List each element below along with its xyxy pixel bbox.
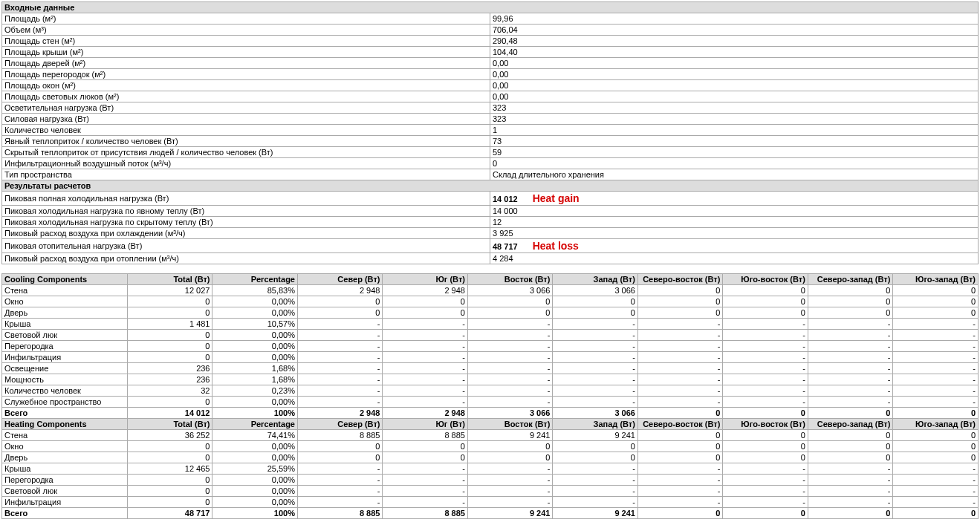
- kv-row: Пиковый расход воздуха при отоплении (м³…: [2, 253, 979, 264]
- kv-label: Явный теплоприток / количество человек (…: [2, 136, 490, 147]
- grid-cell: -: [723, 475, 808, 486]
- grid-cell: 3 066: [467, 285, 552, 296]
- kv-value: 12: [490, 217, 979, 228]
- grid-totals-cell: 2 948: [297, 408, 382, 419]
- kv-label: Пиковый расход воздуха при охлаждении (м…: [2, 228, 490, 239]
- grid-row-label: Окно: [2, 441, 128, 452]
- grid-cell: -: [467, 397, 552, 408]
- grid-cell: -: [467, 374, 552, 385]
- grid-cell: 9 241: [553, 430, 637, 441]
- grid-cell: -: [808, 319, 892, 330]
- grid-cell: -: [383, 486, 467, 497]
- annotation: Heat gain: [518, 192, 580, 204]
- grid-header-cell: Юго-восток (Вт): [723, 419, 808, 430]
- grid-cell: 0: [128, 452, 212, 463]
- grid-cell: 0: [128, 296, 212, 307]
- grid-header-cell: Восток (Вт): [467, 274, 552, 285]
- grid-row-label: Крыша: [2, 319, 128, 330]
- kv-value: Склад длительного хранения: [490, 169, 979, 180]
- kv-value: 0: [490, 158, 979, 169]
- grid-cell: -: [723, 374, 808, 385]
- grid-cell: 12 465: [128, 463, 212, 475]
- kv-value: 73: [490, 136, 979, 147]
- kv-value: 323: [490, 114, 979, 125]
- grid-cell: 0: [467, 441, 552, 452]
- grid-totals-cell: 2 948: [383, 408, 467, 419]
- grid-cell: -: [893, 341, 979, 352]
- grid-cell: 0: [808, 441, 892, 452]
- grid-cell: -: [383, 397, 467, 408]
- grid-cell: 8 885: [297, 430, 382, 441]
- kv-row: Площадь световых люков (м²)0,00: [2, 91, 979, 102]
- grid-cell: -: [723, 341, 808, 352]
- grid-cell: -: [723, 486, 808, 497]
- grid-cell: 0,00%: [212, 486, 297, 497]
- grid-cell: 0: [723, 285, 808, 296]
- kv-label: Пиковая холодильная нагрузка по скрытому…: [2, 217, 490, 228]
- grid-row-label: Освещение: [2, 363, 128, 374]
- grid-cell: -: [383, 475, 467, 486]
- grid-row: Количество человек320,23%--------: [2, 385, 979, 397]
- grid-cell: 0: [893, 441, 979, 452]
- grid-header-cell: Cooling Components: [2, 274, 128, 285]
- grid-cell: -: [297, 486, 382, 497]
- grid-cell: 0: [297, 296, 382, 307]
- grid-cell: -: [553, 363, 637, 374]
- kv-label: Площадь перегородок (м²): [2, 69, 490, 80]
- grid-cell: -: [723, 463, 808, 475]
- grid-cell: -: [467, 363, 552, 374]
- grid-cell: -: [297, 341, 382, 352]
- grid-cell: 85,83%: [212, 285, 297, 296]
- grid-cell: 0: [128, 341, 212, 352]
- grid-row-label: Окно: [2, 296, 128, 307]
- kv-value: 290,48: [490, 36, 979, 47]
- grid-cell: 0: [467, 452, 552, 463]
- grid-cell: 0: [553, 296, 637, 307]
- grid-totals-cell: 0: [723, 408, 808, 419]
- grid-row: Мощность2361,68%--------: [2, 374, 979, 385]
- grid-cell: 236: [128, 374, 212, 385]
- grid-cell: -: [553, 385, 637, 397]
- grid-cell: -: [297, 385, 382, 397]
- grid-row: Стена12 02785,83%2 9482 9483 0663 066000…: [2, 285, 979, 296]
- kv-row: Площадь (м²)99,96: [2, 13, 979, 25]
- grid-cell: -: [553, 486, 637, 497]
- kv-row: Пиковый расход воздуха при охлаждении (м…: [2, 228, 979, 239]
- kv-row: Явный теплоприток / количество человек (…: [2, 136, 979, 147]
- grid-cell: -: [723, 319, 808, 330]
- grid-header-cell: Север (Вт): [297, 274, 382, 285]
- grid-cell: 0: [637, 307, 722, 319]
- grid-cell: -: [383, 463, 467, 475]
- grid-totals-row: Всего48 717100%8 8858 8859 2419 2410000: [2, 508, 979, 519]
- grid-header-cell: Восток (Вт): [467, 419, 552, 430]
- grid-row-label: Служебное пространство: [2, 397, 128, 408]
- grid-row-label: Количество человек: [2, 385, 128, 397]
- kv-row: Площадь крыши (м²)104,40: [2, 47, 979, 58]
- kv-row: Количество человек1: [2, 125, 979, 136]
- kv-label: Площадь световых люков (м²): [2, 91, 490, 102]
- kv-label: Площадь стен (м²): [2, 36, 490, 47]
- grid-cell: 1,68%: [212, 363, 297, 374]
- grid-cell: 36 252: [128, 430, 212, 441]
- grid-cell: -: [808, 374, 892, 385]
- kv-label: Пиковый расход воздуха при отоплении (м³…: [2, 253, 490, 264]
- grid-totals-label: Всего: [2, 508, 128, 519]
- grid-cell: 0: [808, 285, 892, 296]
- kv-value: 48 717Heat loss: [490, 239, 979, 253]
- grid-cell: 0: [553, 441, 637, 452]
- grid-cell: 0: [297, 452, 382, 463]
- kv-label: Площадь крыши (м²): [2, 47, 490, 58]
- grid-cell: -: [893, 319, 979, 330]
- grid-row-label: Инфильтрация: [2, 352, 128, 363]
- grid-cell: -: [297, 463, 382, 475]
- grid-cell: 0: [297, 307, 382, 319]
- grid-cell: 0: [723, 296, 808, 307]
- grid-cell: 3 066: [553, 285, 637, 296]
- grid-totals-cell: 0: [893, 508, 979, 519]
- grid-totals-cell: 0: [808, 508, 892, 519]
- grid-cell: 10,57%: [212, 319, 297, 330]
- grid-cell: 0: [723, 441, 808, 452]
- grid-cell: 0: [128, 475, 212, 486]
- grid-totals-cell: 0: [723, 508, 808, 519]
- kv-row: Площадь дверей (м²)0,00: [2, 58, 979, 69]
